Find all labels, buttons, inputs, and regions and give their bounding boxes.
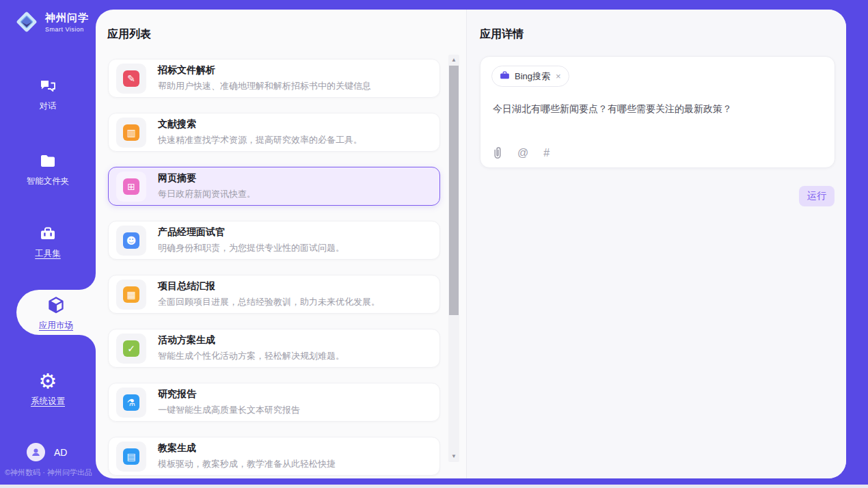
prompt-input-card[interactable]: Bing搜索 × 今日湖北有哪些新闻要点？有哪些需要关注的最新政策？ @ # xyxy=(480,56,835,168)
copyright-text: ©神州数码 · 神州问学出品 xyxy=(5,467,92,478)
app-detail-title: 应用详情 xyxy=(480,27,524,42)
sidebar-item-toolset[interactable]: 工具集 xyxy=(0,224,96,260)
interviewer-icon: ☻ xyxy=(116,226,146,256)
brand-name: 神州问学 xyxy=(45,12,89,25)
scroll-up-icon[interactable]: ▲ xyxy=(448,56,459,64)
clipboard-check-icon: ✓ xyxy=(116,334,146,364)
book-icon: ▥ xyxy=(116,118,146,148)
sidebar: 神州问学 Smart Vision 对话 智能文件夹 xyxy=(0,0,96,485)
app-card-pm-interviewer[interactable]: ☻ 产品经理面试官 明确身份和职责，为您提供专业性的面试问题。 xyxy=(108,221,440,260)
app-card-project-summary[interactable]: ▦ 项目总结汇报 全面回顾项目进展，总结经验教训，助力未来优化发展。 xyxy=(108,275,440,314)
app-card-webpage-summary[interactable]: ⊞ 网页摘要 每日政府新闻资讯快查。 xyxy=(108,167,440,206)
app-list: ✎ 招标文件解析 帮助用户快速、准确地理解和解析招标书中的关键信息 ▥ 文献搜索… xyxy=(108,59,440,478)
user-name: AD xyxy=(54,447,67,458)
app-card-title: 招标文件解析 xyxy=(158,64,371,77)
app-card-event-plan[interactable]: ✓ 活动方案生成 智能生成个性化活动方案，轻松解决规划难题。 xyxy=(108,329,440,368)
run-button[interactable]: 运行 xyxy=(799,186,835,206)
topic-hash-icon[interactable]: # xyxy=(543,147,550,159)
gear-icon: ⚙ xyxy=(39,372,57,391)
app-card-literature-search[interactable]: ▥ 文献搜索 快速精准查找学术资源，提高研究效率的必备工具。 xyxy=(108,113,440,152)
app-card-desc: 快速精准查找学术资源，提高研究效率的必备工具。 xyxy=(158,134,362,146)
tag-label: Bing搜索 xyxy=(515,70,550,83)
app-card-title: 教案生成 xyxy=(158,442,336,455)
tool-tag-bing-search[interactable]: Bing搜索 × xyxy=(491,66,569,87)
app-card-desc: 明确身份和职责，为您提供专业性的面试问题。 xyxy=(158,242,344,254)
brand-subtitle: Smart Vision xyxy=(45,26,89,33)
app-card-title: 文献搜索 xyxy=(158,118,362,131)
briefcase-icon xyxy=(500,70,510,83)
app-window: 神州问学 Smart Vision 对话 智能文件夹 xyxy=(0,0,868,488)
user-avatar-icon xyxy=(27,443,45,461)
sidebar-item-settings[interactable]: ⚙ 系统设置 xyxy=(0,372,96,407)
sidebar-item-chat[interactable]: 对话 xyxy=(0,77,96,112)
app-card-title: 产品经理面试官 xyxy=(158,226,344,239)
app-card-desc: 一键智能生成高质量长文本研究报告 xyxy=(158,404,300,416)
app-card-desc: 全面回顾项目进展，总结经验教训，助力未来优化发展。 xyxy=(158,296,380,308)
brand-logo-icon xyxy=(14,9,40,35)
sidebar-item-label: 系统设置 xyxy=(31,396,65,407)
toolbox-icon xyxy=(38,224,57,243)
app-card-title: 网页摘要 xyxy=(158,172,256,185)
app-card-research-report[interactable]: ⚗ 研究报告 一键智能生成高质量长文本研究报告 xyxy=(108,383,440,422)
brand-logo: 神州问学 Smart Vision xyxy=(14,9,89,35)
sidebar-item-smart-folder[interactable]: 智能文件夹 xyxy=(0,152,96,187)
app-card-bid-analysis[interactable]: ✎ 招标文件解析 帮助用户快速、准确地理解和解析招标书中的关键信息 xyxy=(108,59,440,98)
app-card-lesson-plan[interactable]: ▤ 教案生成 模板驱动，教案秒成，教学准备从此轻松快捷 xyxy=(108,437,440,476)
research-icon: ⚗ xyxy=(116,388,146,418)
user-account[interactable]: AD xyxy=(27,443,67,461)
input-toolbar: @ # xyxy=(493,147,550,159)
app-list-title: 应用列表 xyxy=(107,27,151,42)
list-scrollbar[interactable]: ▲ ▼ xyxy=(448,55,459,462)
app-card-title: 活动方案生成 xyxy=(158,334,344,347)
folder-icon xyxy=(38,152,57,171)
app-card-desc: 帮助用户快速、准确地理解和解析招标书中的关键信息 xyxy=(158,80,371,92)
books-icon: ▤ xyxy=(116,442,146,472)
webpage-code-icon: ⊞ xyxy=(116,172,146,202)
app-list-panel: 应用列表 ✎ 招标文件解析 帮助用户快速、准确地理解和解析招标书中的关键信息 ▥… xyxy=(96,10,467,478)
app-card-title: 研究报告 xyxy=(158,388,300,401)
app-card-title: 项目总结汇报 xyxy=(158,280,380,293)
attachment-icon[interactable] xyxy=(493,147,502,159)
sidebar-item-label: 智能文件夹 xyxy=(27,176,70,187)
app-card-desc: 智能生成个性化活动方案，轻松解决规划难题。 xyxy=(158,350,344,362)
sidebar-item-label: 应用市场 xyxy=(39,320,73,331)
app-card-desc: 每日政府新闻资讯快查。 xyxy=(158,188,256,200)
sidebar-item-label: 工具集 xyxy=(35,248,61,260)
close-icon[interactable]: × xyxy=(556,71,561,81)
pen-document-icon: ✎ xyxy=(116,64,146,94)
main-content: 应用列表 ✎ 招标文件解析 帮助用户快速、准确地理解和解析招标书中的关键信息 ▥… xyxy=(96,10,846,478)
sidebar-item-app-market[interactable]: 应用市场 xyxy=(16,296,96,331)
app-detail-panel: 应用详情 Bing搜索 × 今日湖北有哪些新闻要点？有哪些需要关注的最新政策？ xyxy=(467,10,846,478)
cube-icon xyxy=(46,296,66,315)
bottom-edge xyxy=(0,485,868,488)
chat-icon xyxy=(38,77,57,96)
prompt-text[interactable]: 今日湖北有哪些新闻要点？有哪些需要关注的最新政策？ xyxy=(493,102,822,116)
scrollbar-thumb[interactable] xyxy=(449,66,459,315)
scroll-down-icon[interactable]: ▼ xyxy=(448,452,459,461)
mention-icon[interactable]: @ xyxy=(517,147,528,159)
app-card-desc: 模板驱动，教案秒成，教学准备从此轻松快捷 xyxy=(158,458,336,470)
calendar-report-icon: ▦ xyxy=(116,280,146,310)
sidebar-item-label: 对话 xyxy=(40,100,57,112)
